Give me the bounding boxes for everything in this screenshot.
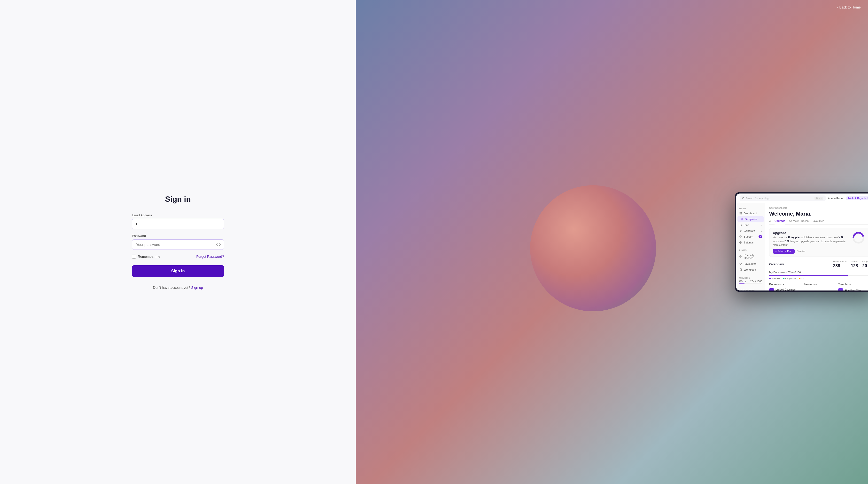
sign-in-form: Sign in Email Address Password Remember …	[132, 195, 224, 289]
sidebar-label-dashboard: Dashboard	[744, 212, 757, 215]
legend-dot-co	[799, 278, 800, 279]
trial-badge: Trial - 2 Days Left	[846, 196, 868, 200]
tab-upgrade[interactable]: Upgrade	[775, 220, 785, 224]
links-section-label: LINKS	[736, 247, 765, 252]
main-tabs: All Upgrade Overview Recent Favourites	[769, 220, 868, 225]
back-to-home-link[interactable]: ‹ Back to Home	[837, 5, 861, 9]
upgrade-title: Upgrade	[773, 231, 849, 235]
sidebar-item-recently-opened[interactable]: Recently Opened	[736, 252, 765, 261]
sidebar-label-generate: Generate	[744, 229, 755, 232]
support-badge: 3	[758, 235, 762, 238]
doc-item-2[interactable]: Blog Post Title	[838, 287, 868, 290]
sidebar-item-templates[interactable]: Templates	[738, 216, 764, 222]
sidebar-label-recently-opened: Recently Opened	[744, 254, 762, 259]
sidebar-item-settings[interactable]: Settings	[736, 239, 765, 246]
credits-section: CREDITS Words 234 / 1000	[736, 275, 765, 286]
overview-section: Overview Hours Saved 238 Words 128	[769, 260, 868, 280]
star-icon	[739, 262, 742, 265]
signup-link[interactable]: Sign up	[191, 286, 203, 289]
sidebar-item-support[interactable]: Support 3	[736, 234, 765, 239]
doc-info-1: Untitled Document in Workbook	[775, 288, 801, 290]
support-icon	[739, 235, 742, 238]
template-icon	[740, 218, 743, 221]
password-wrapper	[132, 239, 224, 250]
doc-item-1[interactable]: Untitled Document in Workbook	[769, 287, 801, 290]
sidebar-item-workbook[interactable]: Workbook	[736, 267, 765, 273]
upgrade-actions: + Select a Plan Dismiss	[773, 249, 849, 254]
app-main: User Dashboard Welcome, Maria. All Upgra…	[765, 203, 868, 290]
sidebar-label-support: Support	[744, 235, 753, 238]
remember-me-group: Remember me	[132, 255, 160, 258]
tab-recent[interactable]: Recent	[801, 220, 809, 224]
tab-overview[interactable]: Overview	[787, 220, 799, 224]
dismiss-button[interactable]: Dismiss	[797, 250, 805, 253]
generate-icon	[739, 229, 742, 232]
eye-icon	[216, 242, 221, 247]
password-label: Password	[132, 234, 224, 238]
chevron-right-icon-2: ›	[762, 230, 762, 232]
sidebar-label-settings: Settings	[744, 241, 753, 244]
svg-point-1	[742, 197, 744, 199]
app-mockup: Search for anything... ⌘ + ↑ Admin Panel…	[735, 192, 868, 292]
remember-forgot-row: Remember me Forgot Password?	[132, 255, 224, 258]
sidebar-item-plan[interactable]: Plan ›	[736, 222, 765, 228]
credits-label: CREDITS	[739, 277, 762, 279]
templates-col-title: Templates	[838, 283, 868, 286]
select-plan-button[interactable]: + Select a Plan	[773, 249, 795, 254]
doc-progress-fill	[769, 275, 848, 276]
settings-icon	[739, 241, 742, 244]
svg-marker-9	[740, 230, 742, 232]
affiliation-label: AFFILIATION	[739, 289, 762, 290]
overview-title: Overview	[769, 262, 784, 266]
breadcrumb: User Dashboard	[769, 207, 868, 209]
password-toggle-button[interactable]	[216, 242, 221, 247]
forgot-password-link[interactable]: Forgot Password?	[196, 255, 224, 258]
recent-icon	[739, 255, 742, 258]
svg-rect-8	[742, 220, 743, 220]
upgrade-desc: You have the Entry plan which has a rema…	[773, 236, 849, 247]
email-input[interactable]	[132, 219, 224, 229]
doc-icon-1	[769, 288, 774, 290]
tablet-screen: Search for anything... ⌘ + ↑ Admin Panel…	[736, 194, 868, 290]
legend-dot-image	[783, 278, 784, 279]
favourites-col: Favourites	[804, 283, 836, 290]
password-input[interactable]	[132, 239, 224, 250]
remember-checkbox[interactable]	[132, 255, 136, 258]
documents-col-title: Documents	[769, 283, 801, 286]
doc-legend: Text 915 Image 415 Co	[769, 277, 868, 280]
templates-col: Templates Blog Post Title	[838, 283, 868, 290]
stat-words: Words 128	[851, 260, 858, 268]
legend-text: Text 915	[769, 277, 780, 280]
user-section-label: USER	[736, 206, 765, 210]
svg-rect-5	[741, 213, 742, 215]
svg-rect-4	[740, 213, 740, 215]
app-body: USER Dashboard Templates	[736, 203, 868, 290]
search-icon	[742, 197, 744, 200]
sidebar-label-favourites: Favourites	[744, 262, 756, 265]
left-panel: Sign in Email Address Password Remember …	[0, 0, 356, 484]
tab-all[interactable]: All	[769, 220, 772, 224]
app-topbar-right: Admin Panel Trial - 2 Days Left	[828, 196, 868, 200]
app-search[interactable]: Search for anything... ⌘ + ↑	[740, 195, 826, 201]
sidebar-item-generate[interactable]: Generate ›	[736, 228, 765, 234]
stat-images: Images 20	[862, 260, 868, 268]
doc-progress-bar	[769, 275, 868, 276]
overview-stats: Hours Saved 238 Words 128 Images 20	[833, 260, 868, 268]
documents-col: Documents Untitled Document in Workbook	[769, 283, 801, 290]
book-icon	[739, 268, 742, 271]
svg-rect-6	[741, 218, 743, 219]
sidebar-item-dashboard[interactable]: Dashboard	[736, 210, 765, 216]
app-topbar: Search for anything... ⌘ + ↑ Admin Panel…	[736, 194, 868, 203]
overview-header: Overview Hours Saved 238 Words 128	[769, 260, 868, 268]
sidebar-item-favourites[interactable]: Favourites	[736, 261, 765, 267]
upgrade-chart	[852, 231, 866, 245]
documents-progress: My Documents 78% of 100. Text 915	[769, 271, 868, 280]
svg-rect-2	[740, 212, 740, 213]
sign-in-button[interactable]: Sign in	[132, 265, 224, 277]
upgrade-banner: Upgrade You have the Entry plan which ha…	[769, 228, 868, 257]
svg-point-12	[740, 242, 741, 243]
chevron-left-icon: ‹	[837, 6, 838, 9]
svg-rect-3	[741, 212, 742, 213]
tab-favourites[interactable]: Favourites	[812, 220, 824, 224]
legend-image: Image 415	[783, 277, 796, 280]
